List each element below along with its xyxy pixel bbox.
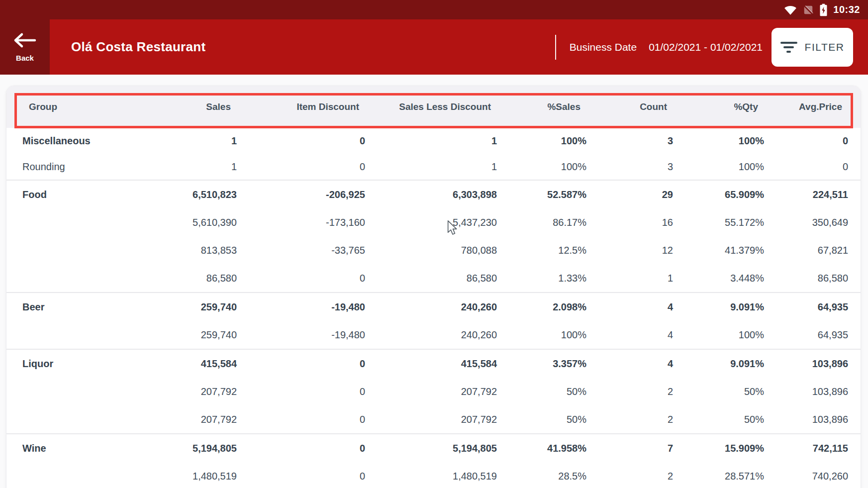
cell-sales: 207,792 xyxy=(126,414,237,425)
cell-count: 1 xyxy=(586,273,673,284)
cell-sales: 5,194,805 xyxy=(126,443,237,454)
report-table-card: Group Sales Item Discount Sales Less Dis… xyxy=(6,86,861,488)
cell-count: 3 xyxy=(586,161,673,173)
back-button[interactable]: Back xyxy=(0,19,50,75)
header-right: Business Date 01/02/2021 - 01/02/2021 FI… xyxy=(555,28,868,67)
table-row-detail: 1,480,51901,480,51928.5%228.571%740,260 xyxy=(6,462,861,488)
cell-item_discount: 0 xyxy=(237,386,365,397)
cell-count: 4 xyxy=(586,358,673,370)
cell-item_discount: 0 xyxy=(237,443,365,454)
cell-sales_less_discount: 6,303,898 xyxy=(365,189,497,200)
column-header-count[interactable]: Count xyxy=(586,101,673,112)
table-row-beer[interactable]: Beer259,740-19,480240,2602.098%49.091%64… xyxy=(6,293,861,321)
cell-sales: 1,480,519 xyxy=(126,471,237,482)
cell-pct_qty: 28.571% xyxy=(673,471,764,482)
table-group: Food6,510,823-206,9256,303,89852.587%296… xyxy=(6,180,861,292)
cell-count: 12 xyxy=(586,245,673,256)
cell-item_discount: -173,160 xyxy=(237,217,365,228)
filter-button-label: FILTER xyxy=(805,41,845,53)
cell-pct_sales: 1.33% xyxy=(497,273,586,284)
cell-sales_less_discount: 86,580 xyxy=(365,273,497,284)
cell-sales_less_discount: 780,088 xyxy=(365,245,497,256)
column-header-sales-less-discount[interactable]: Sales Less Discount xyxy=(365,101,497,112)
column-header-avg-price[interactable]: Avg.Price xyxy=(764,101,848,112)
filter-lines-icon xyxy=(780,42,797,53)
cell-sales: 6,510,823 xyxy=(126,189,237,200)
cell-pct_sales: 50% xyxy=(497,414,586,425)
cell-pct_qty: 65.909% xyxy=(673,189,764,200)
cell-sales_less_discount: 1 xyxy=(365,161,497,173)
cell-avg_price: 224,511 xyxy=(764,189,848,200)
cell-pct_sales: 41.958% xyxy=(497,443,586,454)
cell-sales: 813,853 xyxy=(126,245,237,256)
table-row-detail: 259,740-19,480240,260100%4100%64,935 xyxy=(6,321,861,349)
app-header: Back Olá Costa Restaurant Business Date … xyxy=(0,19,868,75)
cell-sales_less_discount: 1 xyxy=(365,135,497,147)
cell-avg_price: 0 xyxy=(764,135,848,147)
cell-avg_price: 103,896 xyxy=(764,386,848,397)
column-header-pct-qty[interactable]: %Qty xyxy=(673,101,764,112)
cell-sales: 86,580 xyxy=(126,273,237,284)
cell-pct_qty: 55.172% xyxy=(673,217,764,228)
cell-item_discount: -19,480 xyxy=(237,301,365,313)
cell-sales: 5,610,390 xyxy=(126,217,237,228)
cell-group-label: Miscellaneous xyxy=(6,135,126,147)
cell-count: 4 xyxy=(586,329,673,341)
cell-pct_sales: 50% xyxy=(497,386,586,397)
column-header-item-discount[interactable]: Item Discount xyxy=(237,101,365,112)
column-header-pct-sales[interactable]: %Sales xyxy=(497,101,586,112)
cell-sales: 259,740 xyxy=(126,329,237,341)
cell-pct_qty: 50% xyxy=(673,386,764,397)
no-sim-icon xyxy=(803,4,814,15)
cell-pct_sales: 100% xyxy=(497,161,586,173)
cell-avg_price: 64,935 xyxy=(764,329,848,341)
cell-pct_qty: 100% xyxy=(673,161,764,173)
cell-count: 3 xyxy=(586,135,673,147)
cell-count: 16 xyxy=(586,217,673,228)
table-row-wine[interactable]: Wine5,194,80505,194,80541.958%715.909%74… xyxy=(6,434,861,462)
cell-pct_qty: 15.909% xyxy=(673,443,764,454)
table-body: Miscellaneous101100%3100%0Rounding101100… xyxy=(6,128,861,488)
cell-sales_less_discount: 240,260 xyxy=(365,301,497,313)
table-group: Liquor415,5840415,5843.357%49.091%103,89… xyxy=(6,349,861,433)
table-row-detail: 86,580086,5801.33%13.448%86,580 xyxy=(6,264,861,292)
cell-count: 2 xyxy=(586,386,673,397)
cell-group-label: Wine xyxy=(6,443,126,454)
cell-sales_less_discount: 1,480,519 xyxy=(365,471,497,482)
battery-charging-icon xyxy=(820,3,827,16)
cell-count: 7 xyxy=(586,443,673,454)
table-header-row: Group Sales Item Discount Sales Less Dis… xyxy=(6,86,861,128)
table-row-miscellaneous[interactable]: Miscellaneous101100%3100%0 xyxy=(6,128,861,154)
cell-pct_sales: 28.5% xyxy=(497,471,586,482)
cell-pct_qty: 100% xyxy=(673,329,764,341)
cell-pct_qty: 9.091% xyxy=(673,358,764,370)
cell-count: 29 xyxy=(586,189,673,200)
column-header-sales[interactable]: Sales xyxy=(126,101,237,112)
table-row-food[interactable]: Food6,510,823-206,9256,303,89852.587%296… xyxy=(6,181,861,208)
cell-pct_sales: 52.587% xyxy=(497,189,586,200)
cell-sales_less_discount: 207,792 xyxy=(365,386,497,397)
back-label: Back xyxy=(16,54,34,62)
status-time: 10:32 xyxy=(833,4,860,15)
cell-item_discount: 0 xyxy=(237,358,365,370)
cell-item_discount: 0 xyxy=(237,161,365,173)
cell-avg_price: 742,115 xyxy=(764,443,848,454)
cell-group-label: Food xyxy=(6,189,126,200)
cell-pct_qty: 41.379% xyxy=(673,245,764,256)
cell-group-label: Beer xyxy=(6,301,126,313)
cell-count: 2 xyxy=(586,414,673,425)
cell-sales_less_discount: 5,194,805 xyxy=(365,443,497,454)
cell-sales: 1 xyxy=(126,135,237,147)
table-row-detail: 5,610,390-173,1605,437,23086.17%1655.172… xyxy=(6,208,861,236)
column-header-group[interactable]: Group xyxy=(6,101,126,112)
cell-item_discount: 0 xyxy=(237,135,365,147)
cell-sales_less_discount: 207,792 xyxy=(365,414,497,425)
cell-pct_sales: 3.357% xyxy=(497,358,586,370)
cell-pct_qty: 100% xyxy=(673,135,764,147)
cell-item_discount: 0 xyxy=(237,273,365,284)
header-divider xyxy=(555,35,556,60)
filter-button[interactable]: FILTER xyxy=(772,28,853,67)
arrow-left-icon xyxy=(13,32,36,50)
cell-count: 2 xyxy=(586,471,673,482)
table-row-liquor[interactable]: Liquor415,5840415,5843.357%49.091%103,89… xyxy=(6,350,861,378)
